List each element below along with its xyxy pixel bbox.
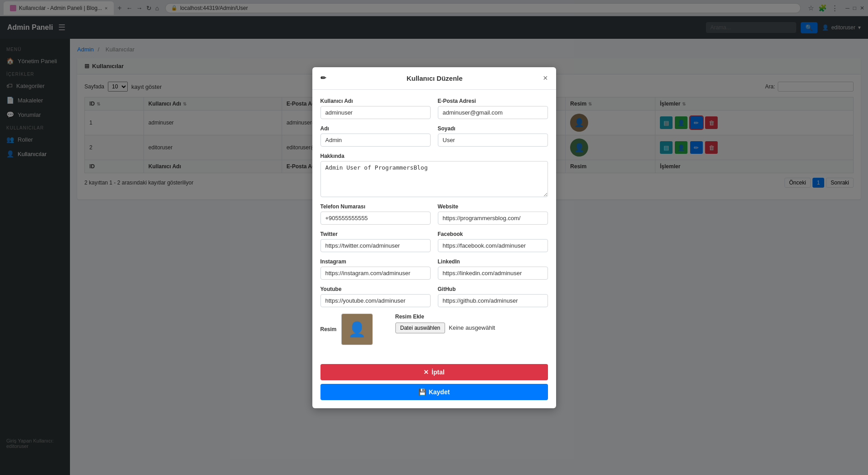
form-group-facebook: Facebook	[438, 231, 548, 252]
facebook-label: Facebook	[438, 231, 548, 237]
cancel-icon: ✕	[423, 369, 429, 376]
form-group-phone: Telefon Numarası	[320, 203, 431, 225]
form-row-youtube-github: Youtube GitHub	[320, 286, 548, 307]
form-group-github: GitHub	[438, 286, 548, 307]
cancel-button[interactable]: ✕ İptal	[320, 364, 548, 380]
linkedin-input[interactable]	[438, 267, 548, 280]
modal-body: Kullanıcı Adı E-Posta Adresi Adı Soyadı	[312, 90, 556, 360]
modal-title: Kullanıcı Düzenle	[407, 74, 463, 82]
form-group-soyad: Soyadı	[438, 125, 548, 147]
username-input[interactable]	[320, 106, 431, 119]
email-input[interactable]	[438, 106, 548, 119]
cancel-label: İptal	[432, 369, 445, 376]
save-icon: 💾	[418, 388, 426, 396]
resim-ekle-label: Resim Ekle	[395, 314, 495, 320]
save-button[interactable]: 💾 Kaydet	[320, 384, 548, 400]
website-label: Website	[438, 203, 548, 210]
modal-title-icon: ✏	[320, 74, 326, 82]
form-group-website: Website	[438, 203, 548, 225]
github-input[interactable]	[438, 294, 548, 307]
modal-close-button[interactable]: ×	[543, 74, 548, 83]
hakkinda-label: Hakkında	[320, 153, 548, 159]
soyad-label: Soyadı	[438, 125, 548, 132]
form-group-linkedin: LinkedIn	[438, 258, 548, 280]
modal-overlay[interactable]: ✏ Kullanıcı Düzenle × Kullanıcı Adı E-Po…	[0, 0, 868, 475]
form-row-username-email: Kullanıcı Adı E-Posta Adresi	[320, 98, 548, 119]
edit-user-modal: ✏ Kullanıcı Düzenle × Kullanıcı Adı E-Po…	[312, 67, 556, 408]
youtube-input[interactable]	[320, 294, 431, 307]
ad-input[interactable]	[320, 134, 431, 147]
github-label: GitHub	[438, 286, 548, 292]
file-input-row: Datei auswählen Keine ausgewählt	[395, 323, 495, 333]
phone-label: Telefon Numarası	[320, 203, 431, 210]
facebook-input[interactable]	[438, 239, 548, 252]
phone-input[interactable]	[320, 212, 431, 225]
form-group-email: E-Posta Adresi	[438, 98, 548, 119]
form-row-phone-website: Telefon Numarası Website	[320, 203, 548, 225]
form-row-twitter-facebook: Twitter Facebook	[320, 231, 548, 252]
form-group-hakkinda: Hakkında Admin User of ProgrammersBlog	[320, 153, 548, 197]
linkedin-label: LinkedIn	[438, 258, 548, 265]
form-group-instagram: Instagram	[320, 258, 431, 280]
email-label: E-Posta Adresi	[438, 98, 548, 104]
form-group-ad: Adı	[320, 125, 431, 147]
hakkinda-textarea[interactable]: Admin User of ProgrammersBlog	[320, 161, 548, 197]
username-label: Kullanıcı Adı	[320, 98, 431, 104]
modal-header: ✏ Kullanıcı Düzenle ×	[312, 67, 556, 90]
image-section: Resim 👤 Resim Ekle Datei auswählen Keine…	[320, 314, 548, 345]
form-row-instagram-linkedin: Instagram LinkedIn	[320, 258, 548, 280]
twitter-input[interactable]	[320, 239, 431, 252]
form-group-username: Kullanıcı Adı	[320, 98, 431, 119]
file-no-chosen-text: Keine ausgewählt	[449, 324, 495, 331]
avatar-preview: 👤	[341, 314, 373, 345]
soyad-input[interactable]	[438, 134, 548, 147]
ad-label: Adı	[320, 125, 431, 132]
form-group-youtube: Youtube	[320, 286, 431, 307]
resim-ekle-section: Resim Ekle Datei auswählen Keine ausgewä…	[395, 314, 495, 333]
youtube-label: Youtube	[320, 286, 431, 292]
resim-preview-section: Resim 👤	[320, 314, 373, 345]
file-choose-button[interactable]: Datei auswählen	[395, 323, 446, 333]
website-input[interactable]	[438, 212, 548, 225]
form-row-hakkinda: Hakkında Admin User of ProgrammersBlog	[320, 153, 548, 197]
modal-footer: ✕ İptal 💾 Kaydet	[312, 360, 556, 408]
form-group-twitter: Twitter	[320, 231, 431, 252]
instagram-label: Instagram	[320, 258, 431, 265]
form-row-ad-soyad: Adı Soyadı	[320, 125, 548, 147]
resim-label: Resim	[320, 326, 337, 332]
twitter-label: Twitter	[320, 231, 431, 237]
instagram-input[interactable]	[320, 267, 431, 280]
save-label: Kaydet	[429, 388, 450, 396]
